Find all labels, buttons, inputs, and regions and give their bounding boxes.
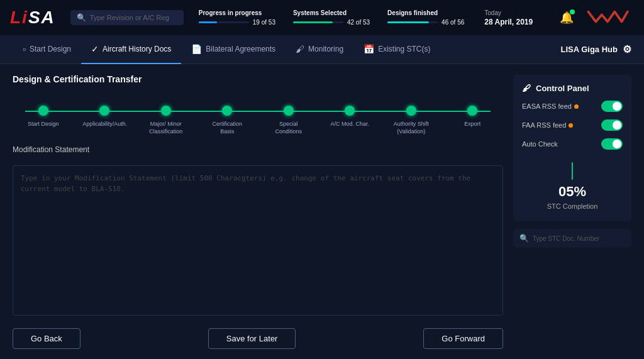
nav-item-bilateral-agreements[interactable]: 📄 Bilateral Agreements xyxy=(181,35,286,64)
mod-statement-label: Modification Statement xyxy=(13,145,503,154)
bell-icon[interactable]: 🔔 xyxy=(560,11,574,25)
stat-systems: Systems Selected 42 of 53 xyxy=(293,9,370,26)
page-title: Design & Certification Transfer xyxy=(13,74,503,84)
step-authority-shift[interactable]: Authority Shift (Validation) xyxy=(380,99,442,135)
auto-check-label: Auto Check xyxy=(522,140,558,148)
go-forward-button[interactable]: Go Forward xyxy=(423,328,503,349)
stat-designs: Designs finished 46 of 56 xyxy=(387,9,464,26)
control-panel-header: 🖌 Control Panel xyxy=(522,83,623,93)
check-icon: ✓ xyxy=(91,44,99,54)
step-label-4: Special Conditions xyxy=(267,121,311,135)
stat-progress: Progress in progress 19 of 53 xyxy=(199,9,275,26)
left-panel: Design & Certification Transfer Start De… xyxy=(13,74,503,349)
right-panel: 🖌 Control Panel EASA RSS feed FAA RSS fe… xyxy=(513,74,631,349)
step-label-5: A/C Mod. Char. xyxy=(330,121,369,128)
auto-check-row: Auto Check xyxy=(522,138,623,150)
header-right: 🔔 xyxy=(560,9,634,26)
step-dot-4 xyxy=(284,106,294,116)
logo: LiSA xyxy=(10,9,55,26)
stat-designs-bar xyxy=(387,21,438,23)
search-icon: 🔍 xyxy=(77,13,86,22)
nav-item-monitoring[interactable]: 🖌 Monitoring xyxy=(286,35,353,64)
stat-designs-value: 46 of 56 xyxy=(441,19,464,26)
main-content: Design & Certification Transfer Start De… xyxy=(0,64,644,359)
step-special-conditions[interactable]: Special Conditions xyxy=(258,99,319,135)
faa-rss-row: FAA RSS feed xyxy=(522,119,623,131)
stepper: Start Design Applicability/Auth. Major/ … xyxy=(13,99,503,135)
doc-icon: 📄 xyxy=(191,44,202,54)
faa-notification-dot xyxy=(569,123,573,128)
step-dot-0 xyxy=(38,106,48,116)
gauge-label: STC Completion xyxy=(547,202,598,210)
easa-rss-row: EASA RSS feed xyxy=(522,101,623,112)
step-label-2: Major/ Minor Classification xyxy=(144,121,188,135)
step-label-0: Start Design xyxy=(28,121,59,128)
step-dot-3 xyxy=(222,106,232,116)
stc-search-input[interactable] xyxy=(533,235,625,242)
today-date: 28 April, 2019 xyxy=(484,18,533,26)
bottom-buttons: Go Back Save for Later Go Forward xyxy=(13,328,503,349)
easa-rss-label: EASA RSS feed xyxy=(522,102,579,110)
step-dot-2 xyxy=(161,106,171,116)
stat-systems-value: 42 of 53 xyxy=(347,19,370,26)
monitor-cp-icon: 🖌 xyxy=(522,83,531,93)
step-label-3: Certification Basis xyxy=(205,121,249,135)
step-dot-5 xyxy=(345,106,355,116)
stat-systems-bar xyxy=(293,21,343,23)
step-export[interactable]: Export xyxy=(442,99,504,128)
nav-item-existing-stcs[interactable]: 📅 Existing STC(s) xyxy=(353,35,440,64)
step-label-1: Applicability/Auth. xyxy=(82,121,126,128)
stat-progress-bar xyxy=(199,21,249,23)
control-panel: 🖌 Control Panel EASA RSS feed FAA RSS fe… xyxy=(513,74,631,221)
save-later-button[interactable]: Save for Later xyxy=(208,328,296,349)
gear-icon[interactable]: ⚙ xyxy=(623,43,631,55)
nav-item-start-design[interactable]: ▫ Start Design xyxy=(13,35,81,64)
mod-statement-textarea[interactable] xyxy=(13,165,503,316)
nav-item-aircraft-history-docs[interactable]: ✓ Aircraft History Docs xyxy=(81,35,181,64)
header-search-box[interactable]: 🔍 xyxy=(70,10,184,25)
stat-progress-label: Progress in progress xyxy=(199,9,275,16)
step-dot-1 xyxy=(99,106,109,116)
step-start-design[interactable]: Start Design xyxy=(13,99,74,128)
faa-rss-toggle[interactable] xyxy=(601,119,623,131)
gauge-percentage: 05% xyxy=(558,184,586,200)
easa-notification-dot xyxy=(574,104,579,109)
header: LiSA 🔍 Progress in progress 19 of 53 Sys… xyxy=(0,0,644,35)
auto-check-toggle[interactable] xyxy=(601,138,623,150)
today-section: Today 28 April, 2019 xyxy=(484,9,533,26)
step-label-7: Export xyxy=(464,121,480,128)
step-applicability[interactable]: Applicability/Auth. xyxy=(74,99,136,128)
step-label-6: Authority Shift (Validation) xyxy=(389,121,433,135)
stat-progress-value: 19 of 53 xyxy=(253,19,275,26)
step-classification[interactable]: Major/ Minor Classification xyxy=(135,99,197,135)
step-dot-7 xyxy=(467,106,477,116)
easa-rss-toggle[interactable] xyxy=(601,101,623,112)
nav-items: ▫ Start Design ✓ Aircraft History Docs 📄… xyxy=(13,35,560,64)
nav-hub-label: LISA Giga Hub ⚙ xyxy=(560,43,631,55)
step-cert-basis[interactable]: Certification Basis xyxy=(197,99,258,135)
today-label: Today xyxy=(484,9,533,16)
gauge-needle xyxy=(572,162,573,180)
stc-search-icon: 🔍 xyxy=(519,234,529,243)
step-dot-6 xyxy=(406,106,416,116)
stat-designs-label: Designs finished xyxy=(387,9,464,16)
faa-rss-label: FAA RSS feed xyxy=(522,121,573,129)
step-ac-mod[interactable]: A/C Mod. Char. xyxy=(319,99,381,128)
gauge-container: 05% STC Completion xyxy=(522,157,623,213)
stc-search-box[interactable]: 🔍 xyxy=(513,229,631,248)
chart-icon: ▫ xyxy=(23,44,26,54)
header-stats: Progress in progress 19 of 53 Systems Se… xyxy=(199,9,533,26)
calendar-icon: 📅 xyxy=(364,44,374,54)
monitor-icon: 🖌 xyxy=(296,44,304,54)
search-input[interactable] xyxy=(90,14,177,21)
nav: ▫ Start Design ✓ Aircraft History Docs 📄… xyxy=(0,35,644,64)
stat-systems-label: Systems Selected xyxy=(293,9,370,16)
bell-notification-dot xyxy=(570,9,575,14)
brand-logo xyxy=(584,9,634,26)
go-back-button[interactable]: Go Back xyxy=(13,328,80,349)
